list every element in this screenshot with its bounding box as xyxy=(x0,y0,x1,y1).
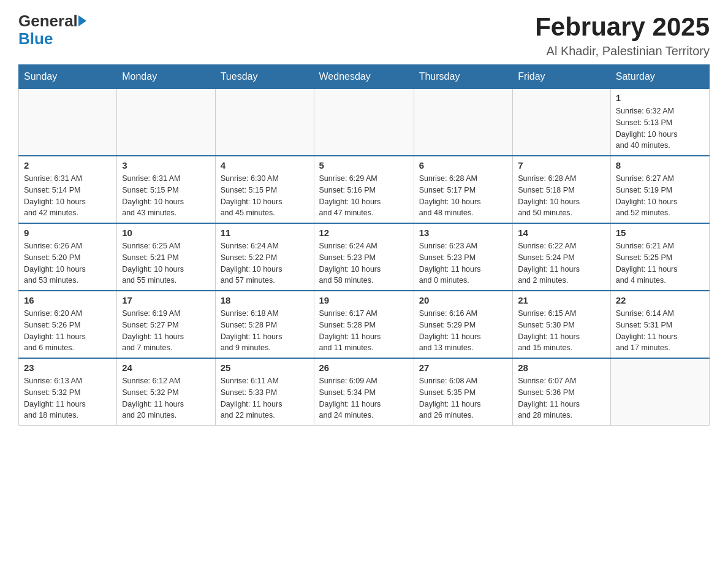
calendar-week-row: 16Sunrise: 6:20 AM Sunset: 5:26 PM Dayli… xyxy=(19,291,710,358)
calendar-cell: 9Sunrise: 6:26 AM Sunset: 5:20 PM Daylig… xyxy=(19,223,117,291)
calendar-cell: 6Sunrise: 6:28 AM Sunset: 5:17 PM Daylig… xyxy=(414,156,512,223)
logo: General Blue xyxy=(18,12,86,47)
day-info: Sunrise: 6:24 AM Sunset: 5:22 PM Dayligh… xyxy=(221,240,309,286)
day-info: Sunrise: 6:28 AM Sunset: 5:18 PM Dayligh… xyxy=(518,173,605,219)
day-info: Sunrise: 6:19 AM Sunset: 5:27 PM Dayligh… xyxy=(122,308,210,354)
day-info: Sunrise: 6:28 AM Sunset: 5:17 PM Dayligh… xyxy=(419,173,507,219)
day-info: Sunrise: 6:14 AM Sunset: 5:31 PM Dayligh… xyxy=(616,308,704,354)
title-block: February 2025 Al Khadir, Palestinian Ter… xyxy=(535,12,710,58)
day-info: Sunrise: 6:16 AM Sunset: 5:29 PM Dayligh… xyxy=(419,308,507,354)
calendar-cell: 11Sunrise: 6:24 AM Sunset: 5:22 PM Dayli… xyxy=(215,223,314,291)
weekday-header-row: SundayMondayTuesdayWednesdayThursdayFrid… xyxy=(19,65,710,89)
day-number: 26 xyxy=(319,362,409,373)
day-info: Sunrise: 6:26 AM Sunset: 5:20 PM Dayligh… xyxy=(24,240,112,286)
calendar-cell: 22Sunrise: 6:14 AM Sunset: 5:31 PM Dayli… xyxy=(610,291,709,358)
calendar-cell: 24Sunrise: 6:12 AM Sunset: 5:32 PM Dayli… xyxy=(117,358,215,426)
calendar-week-row: 1Sunrise: 6:32 AM Sunset: 5:13 PM Daylig… xyxy=(19,89,710,156)
day-info: Sunrise: 6:21 AM Sunset: 5:25 PM Dayligh… xyxy=(616,240,704,286)
day-number: 21 xyxy=(518,295,605,305)
day-number: 28 xyxy=(518,362,605,373)
calendar-cell: 16Sunrise: 6:20 AM Sunset: 5:26 PM Dayli… xyxy=(19,291,117,358)
weekday-header-friday: Friday xyxy=(513,65,611,89)
day-number: 24 xyxy=(122,362,210,373)
calendar-cell: 25Sunrise: 6:11 AM Sunset: 5:33 PM Dayli… xyxy=(215,358,314,426)
calendar-week-row: 9Sunrise: 6:26 AM Sunset: 5:20 PM Daylig… xyxy=(19,223,710,291)
calendar-cell: 13Sunrise: 6:23 AM Sunset: 5:23 PM Dayli… xyxy=(414,223,512,291)
calendar-table: SundayMondayTuesdayWednesdayThursdayFrid… xyxy=(18,64,710,426)
day-number: 19 xyxy=(319,295,409,305)
day-number: 25 xyxy=(221,362,309,373)
calendar-cell: 14Sunrise: 6:22 AM Sunset: 5:24 PM Dayli… xyxy=(513,223,611,291)
weekday-header-sunday: Sunday xyxy=(19,65,117,89)
calendar-cell: 23Sunrise: 6:13 AM Sunset: 5:32 PM Dayli… xyxy=(19,358,117,426)
day-info: Sunrise: 6:20 AM Sunset: 5:26 PM Dayligh… xyxy=(24,308,112,354)
day-number: 8 xyxy=(616,160,704,170)
calendar-cell: 4Sunrise: 6:30 AM Sunset: 5:15 PM Daylig… xyxy=(215,156,314,223)
calendar-cell: 8Sunrise: 6:27 AM Sunset: 5:19 PM Daylig… xyxy=(610,156,709,223)
day-info: Sunrise: 6:07 AM Sunset: 5:36 PM Dayligh… xyxy=(518,375,605,421)
calendar-cell: 15Sunrise: 6:21 AM Sunset: 5:25 PM Dayli… xyxy=(610,223,709,291)
calendar-cell: 19Sunrise: 6:17 AM Sunset: 5:28 PM Dayli… xyxy=(314,291,414,358)
subtitle: Al Khadir, Palestinian Territory xyxy=(535,44,710,58)
calendar-cell: 28Sunrise: 6:07 AM Sunset: 5:36 PM Dayli… xyxy=(513,358,611,426)
day-number: 5 xyxy=(319,160,409,170)
weekday-header-thursday: Thursday xyxy=(414,65,512,89)
calendar-cell xyxy=(513,89,611,156)
day-info: Sunrise: 6:23 AM Sunset: 5:23 PM Dayligh… xyxy=(419,240,507,286)
weekday-header-saturday: Saturday xyxy=(610,65,709,89)
main-title: February 2025 xyxy=(535,12,710,42)
day-info: Sunrise: 6:25 AM Sunset: 5:21 PM Dayligh… xyxy=(122,240,210,286)
day-info: Sunrise: 6:12 AM Sunset: 5:32 PM Dayligh… xyxy=(122,375,210,421)
day-info: Sunrise: 6:24 AM Sunset: 5:23 PM Dayligh… xyxy=(319,240,409,286)
day-info: Sunrise: 6:27 AM Sunset: 5:19 PM Dayligh… xyxy=(616,173,704,219)
day-info: Sunrise: 6:31 AM Sunset: 5:14 PM Dayligh… xyxy=(24,173,112,219)
day-number: 23 xyxy=(24,362,112,373)
calendar-cell: 18Sunrise: 6:18 AM Sunset: 5:28 PM Dayli… xyxy=(215,291,314,358)
day-info: Sunrise: 6:15 AM Sunset: 5:30 PM Dayligh… xyxy=(518,308,605,354)
calendar-cell: 17Sunrise: 6:19 AM Sunset: 5:27 PM Dayli… xyxy=(117,291,215,358)
calendar-cell xyxy=(117,89,215,156)
day-info: Sunrise: 6:09 AM Sunset: 5:34 PM Dayligh… xyxy=(319,375,409,421)
calendar-cell: 12Sunrise: 6:24 AM Sunset: 5:23 PM Dayli… xyxy=(314,223,414,291)
day-number: 17 xyxy=(122,295,210,305)
calendar-cell xyxy=(314,89,414,156)
calendar-cell: 7Sunrise: 6:28 AM Sunset: 5:18 PM Daylig… xyxy=(513,156,611,223)
day-number: 9 xyxy=(24,228,112,238)
calendar-cell xyxy=(610,358,709,426)
day-info: Sunrise: 6:31 AM Sunset: 5:15 PM Dayligh… xyxy=(122,173,210,219)
day-number: 12 xyxy=(319,228,409,238)
day-number: 7 xyxy=(518,160,605,170)
calendar-cell: 5Sunrise: 6:29 AM Sunset: 5:16 PM Daylig… xyxy=(314,156,414,223)
calendar-cell: 21Sunrise: 6:15 AM Sunset: 5:30 PM Dayli… xyxy=(513,291,611,358)
calendar-cell: 3Sunrise: 6:31 AM Sunset: 5:15 PM Daylig… xyxy=(117,156,215,223)
day-number: 10 xyxy=(122,228,210,238)
day-info: Sunrise: 6:32 AM Sunset: 5:13 PM Dayligh… xyxy=(616,105,704,151)
day-number: 6 xyxy=(419,160,507,170)
day-info: Sunrise: 6:18 AM Sunset: 5:28 PM Dayligh… xyxy=(221,308,309,354)
day-number: 11 xyxy=(221,228,309,238)
day-info: Sunrise: 6:13 AM Sunset: 5:32 PM Dayligh… xyxy=(24,375,112,421)
calendar-cell: 10Sunrise: 6:25 AM Sunset: 5:21 PM Dayli… xyxy=(117,223,215,291)
calendar-cell: 1Sunrise: 6:32 AM Sunset: 5:13 PM Daylig… xyxy=(610,89,709,156)
day-number: 3 xyxy=(122,160,210,170)
day-number: 22 xyxy=(616,295,704,305)
day-number: 16 xyxy=(24,295,112,305)
day-info: Sunrise: 6:08 AM Sunset: 5:35 PM Dayligh… xyxy=(419,375,507,421)
weekday-header-wednesday: Wednesday xyxy=(314,65,414,89)
day-info: Sunrise: 6:11 AM Sunset: 5:33 PM Dayligh… xyxy=(221,375,309,421)
calendar-cell xyxy=(414,89,512,156)
day-info: Sunrise: 6:30 AM Sunset: 5:15 PM Dayligh… xyxy=(221,173,309,219)
logo-arrow-icon xyxy=(78,15,86,26)
calendar-cell: 20Sunrise: 6:16 AM Sunset: 5:29 PM Dayli… xyxy=(414,291,512,358)
logo-general-text: General xyxy=(18,12,78,30)
calendar-week-row: 23Sunrise: 6:13 AM Sunset: 5:32 PM Dayli… xyxy=(19,358,710,426)
day-info: Sunrise: 6:22 AM Sunset: 5:24 PM Dayligh… xyxy=(518,240,605,286)
logo-blue-text: Blue xyxy=(18,29,53,48)
calendar-cell: 26Sunrise: 6:09 AM Sunset: 5:34 PM Dayli… xyxy=(314,358,414,426)
day-info: Sunrise: 6:29 AM Sunset: 5:16 PM Dayligh… xyxy=(319,173,409,219)
calendar-cell xyxy=(19,89,117,156)
page-header: General Blue February 2025 Al Khadir, Pa… xyxy=(18,12,710,58)
day-number: 15 xyxy=(616,228,704,238)
day-info: Sunrise: 6:17 AM Sunset: 5:28 PM Dayligh… xyxy=(319,308,409,354)
weekday-header-monday: Monday xyxy=(117,65,215,89)
